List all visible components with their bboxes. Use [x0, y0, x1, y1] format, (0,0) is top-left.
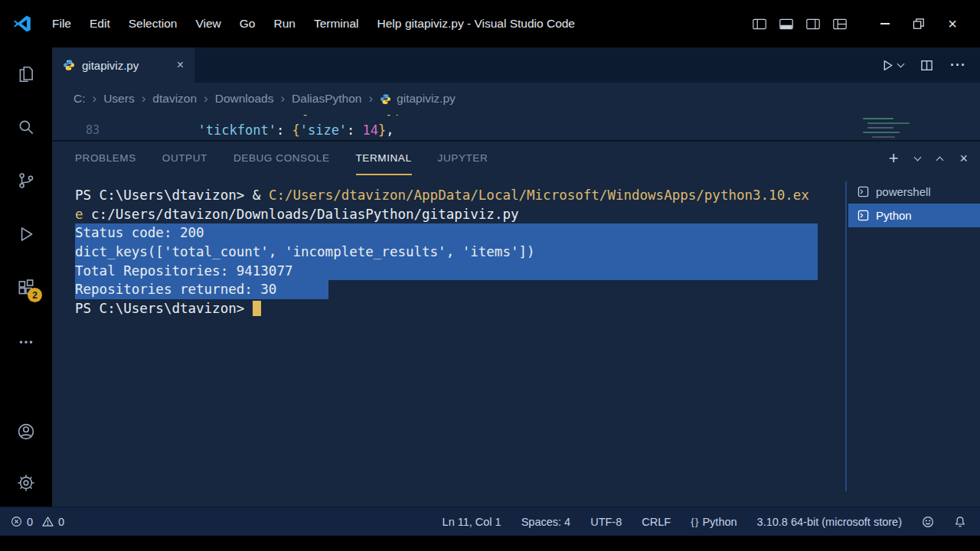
breadcrumb-item-dtavizon[interactable]: dtavizon	[152, 92, 197, 106]
problems-status[interactable]: 0 0	[11, 516, 64, 528]
panel-tab-problems[interactable]: PROBLEMS	[75, 142, 136, 175]
editor-code-line: 83 'tickfont': {'size': 14},	[52, 120, 402, 141]
title-bar: FileEditSelectionViewGoRunTerminalHelp g…	[0, 0, 980, 47]
breadcrumb-item-c[interactable]: C:	[74, 92, 86, 106]
code-lines: 82 'titlefont': {'size': 24},83 'tickfon…	[52, 115, 402, 141]
menu-edit[interactable]: Edit	[80, 10, 119, 37]
menu-selection[interactable]: Selection	[119, 10, 187, 37]
minimize-button[interactable]	[868, 23, 902, 24]
editor-code-line: 82 'titlefont': {'size': 24},	[52, 115, 402, 120]
terminal-line: dict_keys(['total_count', 'incomplete_re…	[75, 243, 818, 262]
breadcrumb: C:›Users›dtavizon›Downloads›DaliasPython…	[52, 83, 980, 115]
more-actions-icon[interactable]	[16, 332, 36, 352]
chevron-right-icon: ›	[280, 91, 285, 106]
tab-close-icon[interactable]: ×	[174, 58, 187, 72]
terminal-cursor	[253, 301, 261, 316]
terminal-dropdown-chevron-icon[interactable]	[914, 154, 922, 161]
encoding[interactable]: UTF-8	[590, 516, 622, 528]
status-bar: 0 0 Ln 11, Col 1 Spaces: 4 UTF-8 CRLF { …	[0, 507, 980, 536]
python-file-icon	[63, 59, 75, 71]
line-number: 83	[52, 120, 100, 141]
toggle-secondary-sidebar-icon[interactable]	[806, 18, 820, 30]
breadcrumb-item-gitapiviz-py[interactable]: gitapiviz.py	[380, 92, 456, 106]
terminal-line: PS C:\Users\dtavizon> & C:/Users/dtavizo…	[75, 186, 818, 205]
activity-bar: 2	[0, 47, 52, 507]
eol-sequence[interactable]: CRLF	[642, 516, 671, 528]
chevron-right-icon: ›	[204, 91, 208, 106]
indentation[interactable]: Spaces: 4	[521, 516, 571, 528]
toggle-panel-icon[interactable]	[779, 18, 793, 30]
terminal-sash[interactable]	[845, 181, 847, 491]
language-mode[interactable]: { } Python	[691, 516, 737, 528]
window-title: gitapiviz.py - Visual Studio Code	[405, 17, 575, 31]
breadcrumb-item-users[interactable]: Users	[103, 92, 134, 106]
terminal-session-python[interactable]: Python	[848, 204, 980, 227]
menu-terminal[interactable]: Terminal	[305, 10, 368, 37]
terminal-line: PS C:\Users\dtavizon>	[75, 299, 818, 318]
editor-tab-bar: gitapiviz.py × ···	[52, 47, 980, 83]
search-icon[interactable]	[16, 117, 36, 137]
panel-tab-terminal[interactable]: TERMINAL	[356, 142, 412, 175]
cursor-position[interactable]: Ln 11, Col 1	[443, 516, 501, 528]
terminal-tabs-list: powershellPython	[848, 180, 980, 227]
terminal-selection: Status code: 200	[75, 223, 818, 243]
minimap[interactable]	[860, 115, 929, 142]
terminal-icon	[858, 186, 869, 197]
panel-tab-output[interactable]: OUTPUT	[162, 142, 207, 175]
toggle-primary-sidebar-icon[interactable]	[753, 18, 766, 30]
new-terminal-icon[interactable]: +	[889, 150, 899, 167]
editor-more-actions-icon[interactable]: ···	[950, 57, 966, 73]
chevron-right-icon: ›	[142, 91, 146, 106]
settings-gear-icon[interactable]	[16, 473, 36, 493]
menu-go[interactable]: Go	[230, 10, 265, 37]
terminal-line: Repositories returned: 30	[75, 280, 818, 299]
run-python-file-button[interactable]	[881, 59, 903, 72]
panel-tab-debug-console[interactable]: DEBUG CONSOLE	[234, 142, 330, 175]
close-window-button[interactable]: ×	[936, 16, 969, 31]
extensions-badge: 2	[28, 288, 42, 302]
run-and-debug-icon[interactable]	[16, 224, 36, 244]
customize-layout-icon[interactable]	[833, 18, 847, 30]
python-file-icon	[380, 93, 391, 105]
warning-icon	[42, 516, 54, 527]
breadcrumb-item-daliaspython[interactable]: DaliasPython	[292, 92, 361, 106]
terminal-selection: Repositories returned: 30	[75, 280, 328, 299]
breadcrumb-item-downloads[interactable]: Downloads	[215, 92, 274, 106]
menu-bar: FileEditSelectionViewGoRunTerminalHelp	[43, 10, 410, 37]
menu-file[interactable]: File	[43, 10, 80, 37]
source-control-icon[interactable]	[16, 171, 36, 191]
panel: PROBLEMSOUTPUTDEBUG CONSOLETERMINALJUPYT…	[52, 142, 980, 507]
terminal-selection: Total Repositories: 9413077	[75, 262, 818, 281]
restore-button[interactable]	[902, 18, 936, 30]
tab-label: gitapiviz.py	[82, 59, 167, 72]
split-editor-icon[interactable]	[920, 59, 933, 72]
notifications-bell-icon[interactable]	[954, 516, 966, 528]
editor-group: gitapiviz.py × ··· C:›Users›dtavizon›Dow…	[52, 47, 980, 507]
run-dropdown-chevron-icon[interactable]	[897, 60, 905, 68]
tab-gitapiviz-py[interactable]: gitapiviz.py ×	[52, 47, 194, 83]
terminal-line: e c:/Users/dtavizon/Downloads/DaliasPyth…	[75, 205, 818, 224]
account-icon[interactable]	[16, 422, 36, 442]
python-interpreter[interactable]: 3.10.8 64-bit (microsoft store)	[757, 516, 902, 528]
terminal-selection: dict_keys(['total_count', 'incomplete_re…	[75, 243, 818, 262]
chevron-right-icon: ›	[368, 91, 373, 106]
warning-count: 0	[58, 516, 64, 528]
braces-icon: { }	[691, 516, 697, 527]
code-text: 'titlefont': {'size': 24},	[100, 115, 402, 120]
terminal-output[interactable]: PS C:\Users\dtavizon> & C:/Users/dtavizo…	[75, 186, 818, 318]
panel-tab-jupyter[interactable]: JUPYTER	[438, 142, 488, 175]
editor[interactable]: 82 'titlefont': {'size': 24},83 'tickfon…	[52, 115, 980, 142]
error-icon	[11, 516, 22, 527]
code-text: 'tickfont': {'size': 14},	[100, 120, 394, 141]
terminal-line: Status code: 200	[75, 223, 818, 243]
terminal-icon	[858, 210, 869, 221]
terminal-session-powershell[interactable]: powershell	[848, 180, 980, 204]
window-controls: ×	[753, 16, 980, 31]
close-panel-icon[interactable]: ×	[959, 151, 968, 167]
panel-tab-bar: PROBLEMSOUTPUTDEBUG CONSOLETERMINALJUPYT…	[52, 142, 980, 175]
explorer-icon[interactable]	[16, 64, 36, 84]
maximize-panel-icon[interactable]	[936, 156, 944, 164]
menu-run[interactable]: Run	[264, 10, 304, 37]
feedback-smiley-icon[interactable]	[922, 516, 934, 528]
menu-view[interactable]: View	[186, 10, 230, 37]
